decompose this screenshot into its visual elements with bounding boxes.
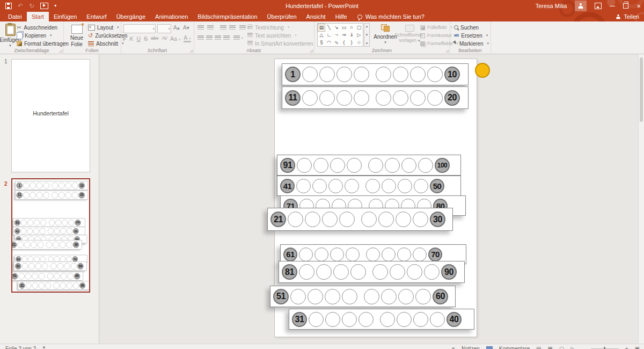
close-button[interactable]: ×: [636, 3, 641, 10]
layout-button[interactable]: Layout: [88, 24, 119, 31]
number-row-81-90[interactable]: 8190: [279, 261, 465, 283]
tell-me-box[interactable]: Was möchten Sie tun?: [352, 12, 430, 21]
start-slideshow-icon[interactable]: [40, 3, 48, 9]
numbering-icon[interactable]: [206, 24, 215, 32]
canvas-scrollbar-thumb[interactable]: [640, 57, 643, 122]
tab-entwurf[interactable]: Entwurf: [82, 12, 111, 21]
number-row-91-100[interactable]: 91100: [277, 155, 461, 176]
shape-icon-0[interactable]: ▤: [318, 24, 325, 32]
bullets-icon[interactable]: [196, 24, 205, 32]
quick-styles-button[interactable]: Schnellformat- vorlagen: [399, 23, 420, 47]
italic-icon[interactable]: K: [129, 36, 133, 42]
font-color-icon[interactable]: A: [184, 35, 191, 42]
shape-icon-4[interactable]: ○: [348, 24, 355, 32]
slideshow-view-icon[interactable]: ▷: [570, 346, 575, 349]
grow-font-icon[interactable]: A▴: [173, 25, 180, 31]
reading-view-icon[interactable]: ▢: [559, 346, 564, 349]
new-slide-button[interactable]: Neue Folie: [68, 23, 86, 47]
cut-button[interactable]: ✂ Ausschneiden: [17, 24, 57, 31]
align-right-icon[interactable]: [214, 34, 222, 42]
number-row-11-20[interactable]: 1120: [15, 191, 88, 200]
slide-2-thumbnail[interactable]: 1101120911004150718021306170819051603140: [11, 178, 90, 293]
normal-view-icon[interactable]: ▤: [536, 346, 541, 349]
save-icon[interactable]: [5, 3, 12, 9]
replace-button[interactable]: ab Ersetzen: [454, 32, 488, 39]
redo-icon[interactable]: ↻: [29, 3, 34, 9]
slide-sorter-icon[interactable]: ▦: [548, 346, 553, 349]
number-row-41-50[interactable]: 4150: [277, 176, 461, 196]
tab-einf-gen[interactable]: Einfügen: [49, 12, 82, 21]
shape-icon-17[interactable]: ☆: [355, 39, 363, 46]
section-button[interactable]: Abschnitt: [88, 40, 124, 47]
number-row-1-10[interactable]: 110: [282, 63, 469, 85]
comments-button[interactable]: Kommentare: [499, 346, 530, 349]
minimize-button[interactable]: [610, 6, 615, 6]
tab-hilfe[interactable]: Hilfe: [331, 12, 352, 21]
char-spacing-icon[interactable]: AV: [162, 36, 167, 41]
shape-icon-16[interactable]: ): [348, 39, 355, 46]
number-row-41-50[interactable]: 4150: [13, 227, 85, 236]
slide-1-thumbnail[interactable]: Hundertertafel: [11, 59, 90, 172]
tab--berg-nge[interactable]: Übergänge: [112, 12, 150, 21]
number-row-1-10[interactable]: 110: [15, 181, 88, 190]
shape-icon-9[interactable]: ⇒: [340, 32, 348, 39]
shape-icon-14[interactable]: ∿: [333, 39, 340, 46]
shape-icon-2[interactable]: ↘: [333, 24, 340, 32]
convert-smartart-button[interactable]: In SmartArt konvertieren: [247, 40, 319, 47]
tab-bildschirmpr-sentation[interactable]: Bildschirmpräsentation: [193, 12, 262, 21]
fit-to-window-icon[interactable]: ▣: [635, 346, 640, 349]
shape-icon-13[interactable]: ◠: [325, 39, 333, 46]
tab-animationen[interactable]: Animationen: [150, 12, 193, 21]
gallery-scroll-up-icon[interactable]: ▲: [365, 25, 369, 28]
gallery-more-icon[interactable]: ▼: [365, 42, 369, 45]
columns-icon[interactable]: [234, 34, 243, 42]
tab-ansicht[interactable]: Ansicht: [302, 12, 331, 21]
canvas-scrollbar[interactable]: [638, 54, 644, 344]
shape-icon-1[interactable]: ╲: [325, 24, 333, 32]
font-name-combo[interactable]: [123, 24, 156, 33]
qat-customize-icon[interactable]: ▾: [54, 4, 56, 8]
underline-icon[interactable]: U: [136, 36, 141, 42]
number-row-51-60[interactable]: 5160: [11, 272, 83, 280]
number-row-21-30[interactable]: 2130: [11, 240, 82, 250]
number-row-31-40[interactable]: 3140: [289, 309, 474, 330]
shape-icon-5[interactable]: ▢: [355, 24, 363, 32]
number-row-31-40[interactable]: 3140: [18, 281, 90, 290]
number-row-21-30[interactable]: 2130: [267, 208, 453, 231]
tab-start[interactable]: Start: [27, 12, 49, 21]
shape-icon-6[interactable]: △: [318, 32, 325, 39]
gallery-scroll-down-icon[interactable]: ▼: [365, 33, 369, 37]
format-painter-button[interactable]: Format übertragen: [17, 40, 69, 47]
number-row-81-90[interactable]: 8190: [14, 261, 87, 271]
text-direction-button[interactable]: Textrichtung: [247, 24, 289, 31]
shape-icon-10[interactable]: ⇓: [348, 32, 355, 39]
decrease-indent-icon[interactable]: [219, 24, 228, 32]
shrink-font-icon[interactable]: A▾: [183, 25, 189, 31]
shape-icon-8[interactable]: ¬: [333, 32, 340, 39]
find-button[interactable]: Suchen: [454, 24, 479, 31]
notes-button[interactable]: Notizen: [462, 346, 480, 349]
bold-icon[interactable]: F: [123, 36, 126, 42]
shape-fill-button[interactable]: Fülleffekt: [420, 24, 452, 31]
strike-abc-icon[interactable]: abc: [151, 36, 159, 41]
accessibility-icon[interactable]: [41, 346, 46, 349]
align-center-icon[interactable]: [205, 34, 214, 42]
shape-icon-12[interactable]: §: [318, 39, 325, 46]
ribbon-display-options-icon[interactable]: [595, 3, 602, 9]
gold-circle-shape[interactable]: [475, 63, 490, 78]
shapes-gallery-scrollbar[interactable]: ▲ ▼ ▼: [364, 23, 370, 47]
tab--berpr-fen[interactable]: Überprüfen: [262, 12, 302, 21]
change-case-icon[interactable]: Aa: [170, 36, 180, 42]
font-size-combo[interactable]: [157, 24, 171, 33]
number-row-91-100[interactable]: 91100: [13, 219, 85, 227]
undo-icon[interactable]: ↶: [18, 3, 23, 9]
align-text-button[interactable]: Text ausrichten: [247, 32, 297, 39]
shape-icon-3[interactable]: ▭: [340, 24, 348, 32]
shape-icon-15[interactable]: (: [340, 39, 348, 46]
copy-button[interactable]: Kopieren: [17, 32, 52, 39]
slide-page[interactable]: 1101120911004150718021306170819051603140: [275, 59, 477, 337]
shape-icon-11[interactable]: ▷: [355, 32, 363, 39]
increase-indent-icon[interactable]: [228, 24, 237, 32]
zoom-in-icon[interactable]: +: [625, 346, 628, 349]
shape-icon-7[interactable]: ∟: [325, 32, 333, 39]
